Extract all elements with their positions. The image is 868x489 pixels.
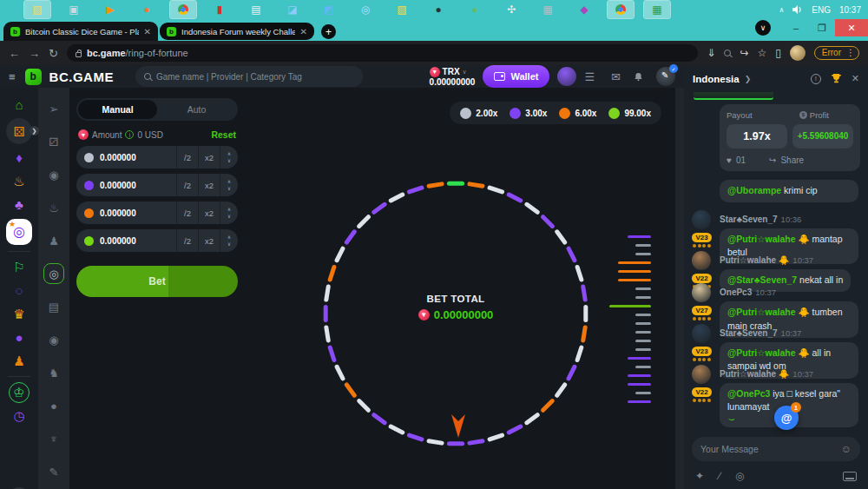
emoji-icon[interactable]: ☺ <box>841 443 852 455</box>
half-button[interactable]: /2 <box>176 174 198 196</box>
forward-icon[interactable]: → <box>29 47 40 60</box>
taskbar-icon-pinwheel-app[interactable]: ✣ <box>498 1 524 18</box>
bcgame-logo-icon[interactable]: b <box>25 69 42 85</box>
mention-link[interactable]: @Putri☆walahe 🐥 <box>727 307 810 317</box>
install-icon[interactable]: ⇓ <box>707 47 715 59</box>
double-button[interactable]: x2 <box>198 202 220 224</box>
user-avatar[interactable] <box>557 67 576 86</box>
sidebar-item-ring-of-fortune[interactable]: ◎★ <box>6 219 32 245</box>
mention-link[interactable]: @Uborampe <box>727 185 781 195</box>
share-icon[interactable]: ↪ <box>740 47 748 59</box>
half-button[interactable]: /2 <box>176 146 198 169</box>
game-icon-poker-chip[interactable]: ◉ <box>43 164 64 185</box>
game-icon-classic-dice[interactable]: ⚂ <box>43 131 64 152</box>
bet-amount-value[interactable]: 0.000000 <box>100 208 136 218</box>
avatar[interactable] <box>692 365 711 384</box>
address-bar[interactable]: bc.game/ring-of-fortune <box>67 44 698 62</box>
avatar[interactable] <box>692 251 711 270</box>
zoom-icon[interactable] <box>724 47 731 59</box>
sidebar-toggle-icon[interactable]: ≡ <box>9 70 16 83</box>
username-row[interactable]: Putri☆walahe 🐥10:37 <box>720 251 860 267</box>
taskbar-icon-blue-app[interactable]: ◪ <box>279 1 306 18</box>
game-icon-hash-dice[interactable]: ♨ <box>43 197 64 218</box>
share-button[interactable]: ↪Share <box>769 155 804 165</box>
taskbar-icon-photo-app[interactable]: ◩ <box>316 1 342 18</box>
username-row[interactable]: Star♣Seven_710:36 <box>720 210 860 226</box>
gif-keyboard-icon[interactable] <box>843 472 857 481</box>
reset-button[interactable]: Reset <box>211 129 236 140</box>
game-icon-coinflip[interactable]: ◉ <box>43 329 64 350</box>
half-button[interactable]: /2 <box>176 202 198 224</box>
taskbar-icon-firefox[interactable]: ● <box>134 1 160 18</box>
maximize-button[interactable]: ❐ <box>809 19 835 36</box>
chat-room-name[interactable]: Indonesia <box>693 74 740 84</box>
new-tab-button[interactable]: + <box>321 24 336 39</box>
game-icon-mine[interactable]: ✎ <box>43 461 64 482</box>
chat-rules-icon[interactable]: ! <box>811 74 821 84</box>
multiplier-chip[interactable]: 99.00x <box>608 108 651 119</box>
account-avatar[interactable]: ✓ <box>656 67 675 86</box>
taskbar-icon-file-explorer[interactable]: ▨ <box>24 1 50 18</box>
amount-stepper[interactable]: ∧∨ <box>220 174 238 196</box>
multiplier-chip[interactable]: 3.00x <box>510 108 547 119</box>
chat-close-icon[interactable]: ✕ <box>852 73 859 84</box>
expand-chevron-icon[interactable]: ❯ <box>30 126 39 135</box>
coin-drop-icon[interactable]: ◎ <box>735 470 744 482</box>
sidebar-item-history[interactable]: ◷ <box>5 404 33 427</box>
mention-fab-button[interactable]: @1 <box>774 406 799 430</box>
clock[interactable]: 10:37 <box>839 5 861 15</box>
quick-menu-icon[interactable]: ☰ <box>584 70 595 83</box>
browser-menu-icon[interactable]: ⋮ <box>846 48 855 57</box>
chat-messages[interactable]: Payout$Profit1.97x+5.59608040♥01↪Share@U… <box>684 92 868 433</box>
mention-link[interactable]: @Putri☆walahe 🐥 <box>727 234 810 244</box>
profile-avatar[interactable] <box>790 45 806 61</box>
tray-chevron-icon[interactable]: ∧ <box>779 6 784 14</box>
bet-button[interactable]: Bet <box>76 266 238 297</box>
win-share-card[interactable]: Payout$Profit1.97x+5.59608040♥01↪Share <box>720 104 860 171</box>
half-button[interactable]: /2 <box>176 229 198 252</box>
sidebar-item-sports[interactable]: ● <box>5 326 33 349</box>
taskbar-icon-shared-folder[interactable]: ▨ <box>389 1 415 18</box>
taskbar-icon-excel[interactable]: ▦ <box>644 1 670 18</box>
taskbar-icon-chrome[interactable] <box>170 1 196 18</box>
reload-icon[interactable]: ↻ <box>49 47 58 60</box>
tab-manual[interactable]: Manual <box>78 100 157 119</box>
trophy-icon[interactable] <box>831 73 842 84</box>
volume-icon[interactable] <box>792 5 803 14</box>
taskbar-icon-photos-app[interactable]: ▣ <box>61 1 87 18</box>
game-icon-crash-trenball[interactable]: ♞ <box>43 362 64 383</box>
sidebar-item-slots[interactable]: ♣ <box>5 193 33 216</box>
bcgame-logo-text[interactable]: BC.GAME <box>49 69 114 84</box>
avatar[interactable] <box>692 283 711 302</box>
coin-rain-icon[interactable]: ✦ <box>695 470 704 482</box>
game-icon-crash-game[interactable]: ➢ <box>43 98 64 119</box>
balance-display[interactable]: ▼ TRX ∨ 0.00000000 <box>430 67 476 87</box>
sidebar-item-quests[interactable]: ◌ <box>5 279 33 302</box>
username-row[interactable]: Star♣Seven_710:37 <box>720 324 860 340</box>
side-panel-icon[interactable]: ▯ <box>775 47 781 59</box>
tab-close-icon[interactable]: ✕ <box>300 27 307 36</box>
username-row[interactable]: OnePc310:37 <box>720 283 860 299</box>
chat-message-input[interactable]: Your Message ☺ <box>692 437 860 461</box>
taskbar-icon-kmplayer[interactable]: ◆ <box>571 1 597 18</box>
bet-amount-value[interactable]: 0.000000 <box>100 181 136 190</box>
double-button[interactable]: x2 <box>198 229 220 252</box>
messages-icon[interactable]: ✉ <box>611 70 621 83</box>
sidebar-item-vip-club[interactable]: ♔ <box>5 380 33 404</box>
taskbar-icon-chrome-2[interactable] <box>608 1 634 18</box>
double-button[interactable]: x2 <box>198 146 220 169</box>
amount-stepper[interactable]: ∧∨ <box>220 146 238 169</box>
sidebar-item-vip-crown[interactable]: ♛ <box>5 302 33 326</box>
sidebar-item-home[interactable]: ⌂ <box>5 93 33 116</box>
chevron-right-icon[interactable]: ❯ <box>745 75 752 83</box>
double-button[interactable]: x2 <box>198 174 220 196</box>
sidebar-item-card-games[interactable]: ♦ <box>5 146 33 169</box>
taskbar-icon-green-mascot[interactable]: ● <box>462 1 488 18</box>
taskbar-icon-penguin-app[interactable]: ● <box>425 1 451 18</box>
language-indicator[interactable]: ENG <box>812 5 831 15</box>
amount-stepper[interactable]: ∧∨ <box>220 202 238 224</box>
multiplier-chip[interactable]: 6.00x <box>559 108 596 119</box>
lock-icon[interactable] <box>76 52 82 57</box>
taskbar-icon-media-player[interactable]: ▶ <box>97 1 123 18</box>
sidebar-item-casino[interactable]: ⚄❯ <box>6 118 32 144</box>
